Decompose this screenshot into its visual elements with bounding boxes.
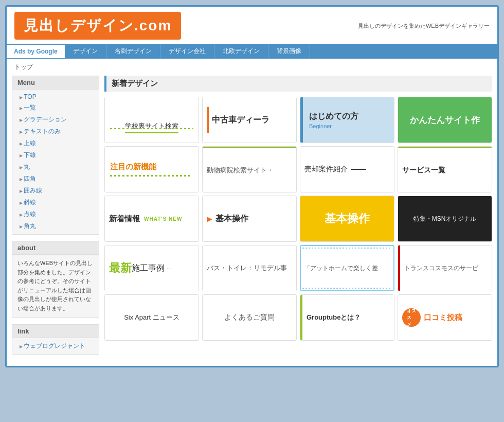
card-car[interactable]: 中古車ディーラ	[202, 97, 297, 143]
sidebar-menu-title: Menu	[12, 76, 99, 90]
sidebar-link-section: link ウェブログレジャント	[12, 324, 99, 355]
sidebar-item-tenten[interactable]: 点線	[12, 208, 99, 220]
nav-bg[interactable]: 背景画像	[268, 44, 310, 59]
nav-hokuou[interactable]: 北欧デザイン	[214, 44, 268, 59]
sidebar-item-shitasen[interactable]: 下線	[12, 149, 99, 161]
sidebar-menu-section: Menu TOP 一覧 グラデーション テキストのみ 上線 下線 丸 四角 囲み…	[12, 76, 99, 235]
kihon-arrow-icon: ▶	[207, 215, 212, 223]
card-athome-text: 「アットホームで楽しく差	[304, 264, 378, 273]
content-area: 新着デザイン 学校裏サイト検索 中古車ディーラ	[104, 76, 492, 361]
card-kuchikomi[interactable]: オススメ 口コミ投稿	[398, 294, 492, 341]
baikaku-line	[351, 169, 366, 170]
card-shinchaku[interactable]: 新着情報 WHAT'S NEW	[104, 196, 199, 242]
sidebar-item-jouko[interactable]: 上線	[12, 137, 99, 149]
sidebar-link-title: link	[12, 325, 99, 338]
card-trans-text: トランスコスモスのサービ	[404, 264, 478, 273]
sidebar-about-section: about いろんなWEBサイトの見出し部分を集めました。デザインの参考にどうぞ…	[12, 241, 99, 318]
sidebar-about-text: いろんなWEBサイトの見出し部分を集めました。デザインの参考にどうぞ。そのサイト…	[12, 255, 99, 318]
card-sixapart-text: Six Apart ニュース	[124, 313, 179, 322]
card-kantan-text: かんたんサイト作	[410, 114, 480, 126]
sidebar: Menu TOP 一覧 グラデーション テキストのみ 上線 下線 丸 四角 囲み…	[12, 76, 99, 361]
site-tagline: 見出しのデザインを集めたWEBデザインギャラリー	[358, 22, 490, 30]
card-faq-text: よくあるご質問	[224, 313, 275, 322]
card-hajimete-main: はじめての方	[309, 111, 358, 122]
athome-top-border	[302, 248, 392, 249]
card-kihon-white[interactable]: ▶ 基本操作	[202, 196, 297, 242]
card-bath-text: バス・トイレ：リモデル事	[207, 263, 287, 273]
sidebar-about-title: about	[12, 241, 99, 255]
card-kihon-white-text: 基本操作	[215, 214, 248, 224]
card-grid: 学校裏サイト検索 中古車ディーラ はじめての方 Beginner	[104, 97, 492, 341]
card-service[interactable]: サービス一覧	[398, 146, 492, 192]
card-chukyu[interactable]: 注目の新機能	[104, 146, 199, 192]
card-service-text: サービス一覧	[402, 166, 445, 175]
section-title: 新着デザイン	[104, 76, 492, 92]
card-saishin[interactable]: 最新 施工事例 ···	[104, 245, 199, 291]
site-logo[interactable]: 見出しデザイン.com	[14, 12, 181, 40]
sidebar-item-top[interactable]: TOP	[12, 92, 99, 102]
card-tokushu-text: 特集・MSNオリジナル	[413, 215, 477, 223]
sidebar-item-textonly[interactable]: テキストのみ	[12, 126, 99, 137]
sidebar-item-kakumaru[interactable]: 角丸	[12, 220, 99, 232]
sidebar-item-shikaku[interactable]: 四角	[12, 173, 99, 185]
nav-ads[interactable]: Ads by Google	[7, 45, 65, 58]
car-bar-decoration	[207, 107, 209, 133]
saishin-dots: ···	[167, 266, 171, 271]
card-hajimete[interactable]: はじめての方 Beginner	[300, 97, 394, 143]
card-hajimete-sub: Beginner	[309, 123, 332, 129]
navigation: Ads by Google デザイン 名刺デザイン デザイン会社 北欧デザイン …	[7, 44, 497, 59]
card-bath[interactable]: バス・トイレ：リモデル事	[202, 245, 297, 291]
sidebar-item-shakusen[interactable]: 斜線	[12, 197, 99, 208]
sidebar-item-list[interactable]: 一覧	[12, 102, 99, 114]
card-school-text: 学校裏サイト検索	[125, 121, 178, 133]
card-kuchikomi-text: 口コミ投稿	[424, 313, 462, 323]
card-grouptube-text: Grouptubeとは？	[307, 313, 361, 322]
main-content: Menu TOP 一覧 グラデーション テキストのみ 上線 下線 丸 四角 囲み…	[7, 76, 497, 366]
nav-company[interactable]: デザイン会社	[160, 44, 214, 59]
card-tokushu[interactable]: 特集・MSNオリジナル	[398, 196, 492, 242]
card-animal-text: 動物病院検索サイト・	[207, 166, 274, 175]
card-grouptube[interactable]: Grouptubeとは？	[300, 294, 394, 341]
chukyu-dots	[110, 175, 190, 177]
sidebar-menu-list: TOP 一覧 グラデーション テキストのみ 上線 下線 丸 四角 囲み線 斜線 …	[12, 90, 99, 234]
card-shinchaku-sub: WHAT'S NEW	[144, 216, 182, 222]
card-saishin-new: 最新	[109, 260, 132, 276]
breadcrumb: トップ	[7, 59, 497, 76]
card-trans[interactable]: トランスコスモスのサービ	[398, 245, 492, 291]
sidebar-item-gradation[interactable]: グラデーション	[12, 114, 99, 126]
sidebar-item-kakomi[interactable]: 囲み線	[12, 185, 99, 197]
card-sixapart[interactable]: Six Apart ニュース	[104, 294, 199, 341]
card-shinchaku-main: 新着情報	[109, 214, 140, 224]
card-kihon-yellow[interactable]: 基本操作	[300, 196, 394, 242]
card-baikaku-text: 売却案件紹介	[304, 165, 348, 174]
sidebar-link-item[interactable]: ウェブログレジャント	[12, 340, 99, 352]
sidebar-item-maru[interactable]: 丸	[12, 161, 99, 173]
card-baikaku[interactable]: 売却案件紹介	[300, 146, 394, 192]
sidebar-link-list: ウェブログレジャント	[12, 338, 99, 354]
card-faq[interactable]: よくあるご質問	[202, 294, 297, 341]
athome-bottom-border	[302, 288, 392, 289]
card-kihon-yellow-text: 基本操作	[325, 211, 370, 226]
card-athome[interactable]: 「アットホームで楽しく差	[300, 245, 394, 291]
nav-design[interactable]: デザイン	[65, 44, 106, 59]
card-kantan[interactable]: かんたんサイト作	[398, 97, 492, 143]
kuchikomi-badge: オススメ	[402, 308, 421, 327]
card-school[interactable]: 学校裏サイト検索	[104, 97, 199, 143]
nav-meishi[interactable]: 名刺デザイン	[106, 44, 160, 59]
card-car-text: 中古車ディーラ	[212, 115, 269, 126]
header: 見出しデザイン.com 見出しのデザインを集めたWEBデザインギャラリー	[7, 7, 497, 44]
card-saishin-rest: 施工事例	[132, 263, 165, 274]
card-chukyu-text: 注目の新機能	[110, 162, 156, 172]
card-animal[interactable]: 動物病院検索サイト・	[202, 146, 297, 192]
